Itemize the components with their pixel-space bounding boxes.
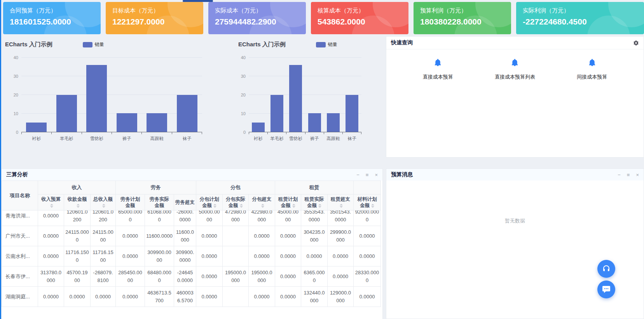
bar-雪纺衫[interactable] <box>86 65 107 132</box>
bar-袜子[interactable] <box>177 95 197 132</box>
value-cell: 309900.0000 <box>174 246 196 266</box>
quick-query-item-1[interactable]: 直接成本预算 <box>423 58 453 81</box>
bar-裤子[interactable] <box>308 113 321 132</box>
value-cell: 0.0000 <box>301 246 328 266</box>
project-name-cell: 青海洪湖... <box>2 210 38 226</box>
x-axis-label: 高跟鞋 <box>142 136 172 142</box>
column-header-8[interactable]: 分包实际金额 <box>223 195 249 210</box>
value-cell: 45700.1900 <box>64 266 91 287</box>
value-cell: 11600.0000 <box>145 226 174 246</box>
value-cell: 0.0000 <box>196 266 223 287</box>
menu-icon[interactable]: ≡ <box>627 172 630 177</box>
group-header-2: 劳务 <box>116 181 196 195</box>
bar-裤子[interactable] <box>117 113 137 132</box>
value-cell: 11716.1500 <box>91 246 116 266</box>
sort-caret-icon[interactable] <box>371 204 374 208</box>
y-axis-label: 10 <box>235 111 246 116</box>
legend-item[interactable]: 销量 <box>83 41 104 48</box>
bar-衬衫[interactable] <box>252 123 265 132</box>
bottom-row: 三算分析 − ≡ × 项目名称收入劳务分包租赁收入预算收款金额总收入额劳务计划金… <box>0 168 644 319</box>
bar-雪纺衫[interactable] <box>289 65 302 132</box>
minimize-icon[interactable]: − <box>356 172 360 177</box>
quick-query-title: 快速查询 <box>391 39 413 46</box>
y-axis-label: 30 <box>235 74 246 79</box>
quick-query-item-3[interactable]: 间接成本预算 <box>577 58 607 81</box>
stat-card-title: 目标成本（万元） <box>112 7 203 14</box>
gear-icon[interactable] <box>633 40 639 46</box>
sort-caret-icon[interactable] <box>213 204 216 208</box>
y-axis-label: 20 <box>235 93 246 97</box>
value-cell: 0.0000 <box>275 246 301 266</box>
stat-card-value: 180380228.0000 <box>420 17 511 26</box>
value-cell: 304235.0000 <box>301 226 328 246</box>
stat-card-title: 实际成本（万元） <box>215 7 306 14</box>
x-axis-label: 衬衫 <box>249 136 267 142</box>
bar-高跟鞋[interactable] <box>147 113 167 132</box>
column-header-13[interactable]: 材料计划金额 <box>354 195 381 210</box>
value-cell: 3501543.0000 <box>328 210 354 226</box>
close-icon[interactable]: × <box>375 172 378 177</box>
y-axis-label: 10 <box>7 111 18 116</box>
quick-query-item-2[interactable]: 直接成本预算列表 <box>495 58 535 81</box>
group-header-1: 收入 <box>38 181 116 195</box>
sort-caret-icon[interactable] <box>102 204 105 208</box>
sort-caret-icon[interactable] <box>318 204 321 208</box>
messages-body: 暂无数据 <box>386 181 644 224</box>
sort-caret-icon[interactable] <box>50 204 53 208</box>
stat-card-1: 合同预算（万元）181601525.0000 <box>3 2 101 34</box>
column-header-9[interactable]: 分包超支 <box>249 195 275 210</box>
value-cell: -268079.8100 <box>91 266 116 287</box>
stat-card-value: 543862.0000 <box>318 17 408 26</box>
sort-caret-icon[interactable] <box>240 204 243 208</box>
column-header-12[interactable]: 租赁超支 <box>328 195 354 210</box>
legend-item[interactable]: 销量 <box>316 41 337 48</box>
close-icon[interactable]: × <box>636 172 639 177</box>
chart-title: ECharts 入门示例 <box>5 41 52 48</box>
value-cell: 68480.0000 <box>145 266 174 287</box>
menu-icon[interactable]: ≡ <box>366 172 369 177</box>
bar-羊毛衫[interactable] <box>56 95 77 132</box>
minimize-icon[interactable]: − <box>618 172 621 177</box>
analysis-table-body[interactable]: 青海洪湖...0.0000120601.0200120601.020065000… <box>2 210 382 319</box>
chart-header: ECharts 入门示例销量 <box>231 36 383 48</box>
stat-card-2: 目标成本（万元）1221297.0000 <box>106 2 203 34</box>
chat-button[interactable] <box>597 280 615 298</box>
value-cell: 0.0000 <box>328 246 354 266</box>
bar-衬衫[interactable] <box>26 123 47 132</box>
bar-袜子[interactable] <box>346 95 358 132</box>
column-header-2[interactable]: 收款金额 <box>64 195 91 210</box>
customer-service-button[interactable] <box>597 260 615 278</box>
column-header-1[interactable]: 收入预算 <box>38 195 64 210</box>
sort-caret-icon[interactable] <box>340 204 343 208</box>
sort-caret-icon[interactable] <box>77 204 80 208</box>
column-header-3[interactable]: 总收入额 <box>91 195 116 210</box>
value-cell: 0.0000 <box>249 246 275 266</box>
value-cell: 0.0000 <box>38 287 64 307</box>
stat-card-value: -227224680.4500 <box>523 17 644 26</box>
bar-chart-2: ECharts 入门示例销量010203040衬衫羊毛衫雪纺衫裤子高跟鞋袜子 <box>231 36 383 158</box>
column-header-10[interactable]: 租赁计划金额 <box>275 195 301 210</box>
chart-header: ECharts 入门示例销量 <box>0 36 231 48</box>
value-cell: 0.0000 <box>275 226 301 246</box>
value-cell: 0.0000 <box>116 226 145 246</box>
value-cell: 0.0000 <box>275 287 301 307</box>
sort-caret-icon[interactable] <box>292 204 295 208</box>
stat-card-title: 合同预算（万元） <box>10 7 101 14</box>
sort-caret-icon[interactable] <box>261 204 264 208</box>
chat-icon <box>602 285 611 294</box>
bar-高跟鞋[interactable] <box>327 113 340 132</box>
bars-container <box>249 58 361 132</box>
chart-plot-area: 010203040衬衫羊毛衫雪纺衫裤子高跟鞋袜子 <box>249 58 361 132</box>
stat-card-4: 核算成本（万元）543862.0000 <box>311 2 408 34</box>
chart-plot-area: 010203040衬衫羊毛衫雪纺衫裤子高跟鞋袜子 <box>21 58 202 132</box>
y-axis-label: 40 <box>7 55 18 60</box>
x-axis-label: 雪纺衫 <box>286 136 305 142</box>
y-axis-label: 20 <box>7 93 18 97</box>
y-axis-label: 0 <box>7 130 18 135</box>
top-scrollbar-thumb[interactable] <box>183 0 213 2</box>
messages-panel-title: 预算消息 <box>391 171 413 178</box>
column-header-11[interactable]: 租赁实际金额 <box>301 195 328 210</box>
analysis-table: 青海洪湖...0.0000120601.0200120601.020065000… <box>2 210 381 307</box>
bar-羊毛衫[interactable] <box>271 95 283 132</box>
column-header-7[interactable]: 分包计划金额 <box>196 195 223 210</box>
